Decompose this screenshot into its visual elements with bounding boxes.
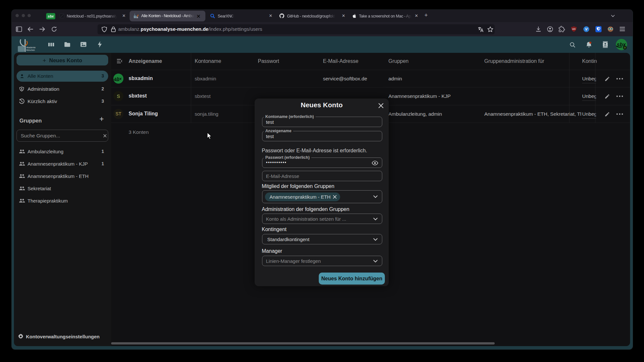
svg-text:UO: UO	[572, 28, 576, 30]
